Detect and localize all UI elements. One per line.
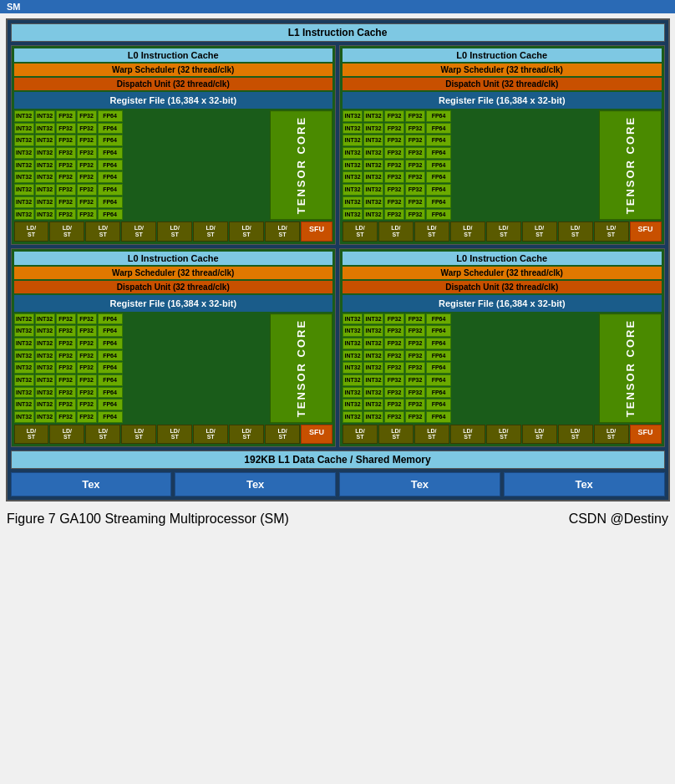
fp32-cell: FP32 [384,362,404,374]
ld-st-cell: LD/ST [193,221,228,241]
tex-unit-1: Tex [11,472,172,496]
alu-row: INT32INT32FP32FP32FP64 [343,374,597,386]
fp64-cell: FP64 [426,338,451,349]
fp32-cell: FP32 [56,110,76,122]
fp32-cell: FP32 [77,160,97,171]
alu-row: INT32INT32FP32FP32FP64 [343,135,597,146]
alu-row: INT32INT32FP32FP32FP64 [14,362,269,374]
int32-cell: INT32 [363,171,383,183]
int32-cell: INT32 [343,209,363,221]
bottom-row-q2: LD/ST LD/ST LD/ST LD/ST LD/ST LD/ST LD/S… [343,221,662,241]
fp32-cell: FP32 [384,387,404,399]
fp32-cell: FP32 [384,374,404,386]
alu-row: INT32INT32FP32FP32FP64 [343,399,597,410]
fp64-cell: FP64 [426,411,451,423]
compute-area-q2: INT32INT32FP32FP32FP64 INT32INT32FP32FP3… [343,110,662,220]
alu-grid-q4: INT32INT32FP32FP32FP64 INT32INT32FP32FP3… [343,313,597,423]
fp64-cell: FP64 [426,350,451,362]
alu-row: INT32INT32FP32FP32FP64 [343,338,597,349]
tex-unit-4: Tex [504,472,665,496]
int32-cell: INT32 [14,196,34,208]
fp64-cell: FP64 [426,399,451,410]
ld-st-cell: LD/ST [229,425,264,444]
fp64-cell: FP64 [426,184,451,196]
int32-cell: INT32 [363,387,383,399]
fp32-cell: FP32 [77,171,97,183]
ld-st-cell: LD/ST [265,221,300,241]
l0-cache-q1: L0 Instruction Cache [14,48,333,62]
tex-unit-3: Tex [339,472,500,496]
fp32-cell: FP32 [56,338,76,349]
l0-cache-q2: L0 Instruction Cache [343,48,662,62]
fp32-cell: FP32 [384,184,404,196]
int32-cell: INT32 [35,399,55,410]
int32-cell: INT32 [343,362,363,374]
fp64-cell: FP64 [98,325,123,337]
int32-cell: INT32 [14,184,34,196]
l1-instruction-cache: L1 Instruction Cache [11,23,665,42]
alu-row: INT32INT32FP32FP32FP64 [343,362,597,374]
fp32-cell: FP32 [405,350,425,362]
fp32-cell: FP32 [77,313,97,325]
fp32-cell: FP32 [56,350,76,362]
ld-st-cell: LD/ST [414,425,449,444]
int32-cell: INT32 [343,411,363,423]
fp32-cell: FP32 [384,209,404,221]
fp32-cell: FP32 [384,350,404,362]
ld-st-cell: LD/ST [14,425,49,444]
int32-cell: INT32 [35,411,55,423]
int32-cell: INT32 [14,399,34,410]
int32-cell: INT32 [14,135,34,146]
fp32-cell: FP32 [384,313,404,325]
int32-cell: INT32 [35,350,55,362]
alu-row: INT32INT32FP32FP32FP64 [343,110,597,122]
fp32-cell: FP32 [56,362,76,374]
fp32-cell: FP32 [56,184,76,196]
fp32-cell: FP32 [56,387,76,399]
fp64-cell: FP64 [426,171,451,183]
fp32-cell: FP32 [77,374,97,386]
fp32-cell: FP32 [405,399,425,410]
fp32-cell: FP32 [405,209,425,221]
fp32-cell: FP32 [384,325,404,337]
fp64-cell: FP64 [98,313,123,325]
fp32-cell: FP32 [384,147,404,159]
fp32-cell: FP32 [384,196,404,208]
fp32-cell: FP32 [77,399,97,410]
int32-cell: INT32 [343,399,363,410]
fp64-cell: FP64 [426,374,451,386]
alu-row: INT32INT32FP32FP32FP64 [343,411,597,423]
int32-cell: INT32 [363,135,383,146]
quadrant-1: L0 Instruction Cache Warp Scheduler (32 … [11,45,337,245]
int32-cell: INT32 [35,387,55,399]
l0-cache-q3: L0 Instruction Cache [14,252,333,265]
int32-cell: INT32 [363,350,383,362]
int32-cell: INT32 [363,110,383,122]
alu-row: INT32INT32FP32FP32FP64 [14,123,269,135]
warp-scheduler-q2: Warp Scheduler (32 thread/clk) [343,64,662,76]
int32-cell: INT32 [35,160,55,171]
register-file-q3: Register File (16,384 x 32-bit) [14,295,333,312]
fp64-cell: FP64 [426,196,451,208]
int32-cell: INT32 [363,325,383,337]
alu-row: INT32INT32FP32FP32FP64 [343,123,597,135]
alu-row: INT32INT32FP32FP32FP64 [343,147,597,159]
int32-cell: INT32 [14,325,34,337]
alu-row: INT32INT32FP32FP32FP64 [343,160,597,171]
fp64-cell: FP64 [98,196,123,208]
sfu-cell: SFU [630,425,662,444]
fp32-cell: FP32 [77,338,97,349]
fp32-cell: FP32 [56,160,76,171]
dispatch-unit-q1: Dispatch Unit (32 thread/clk) [14,78,333,90]
ld-st-cell: LD/ST [594,221,629,241]
fp64-cell: FP64 [426,209,451,221]
int32-cell: INT32 [14,313,34,325]
fp64-cell: FP64 [98,362,123,374]
fp64-cell: FP64 [426,325,451,337]
int32-cell: INT32 [14,387,34,399]
alu-row: INT32INT32FP32FP32FP64 [14,338,269,349]
fp32-cell: FP32 [77,387,97,399]
fp32-cell: FP32 [384,399,404,410]
warp-scheduler-q3: Warp Scheduler (32 thread/clk) [14,267,333,279]
fp32-cell: FP32 [405,338,425,349]
